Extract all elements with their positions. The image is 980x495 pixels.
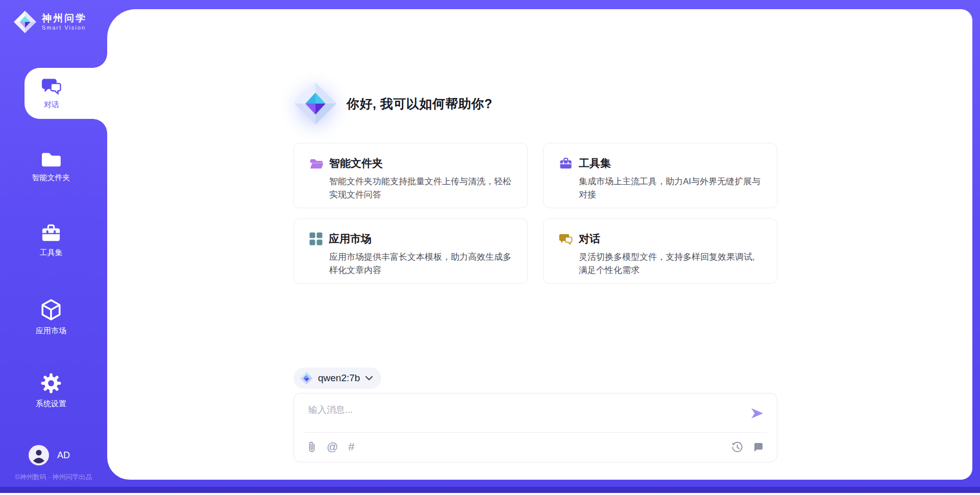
sidebar-item-label: 应用市场: [36, 326, 66, 336]
toolbox-icon: [559, 157, 573, 170]
sidebar-footer: ©神州数码 · 神州问学出品: [0, 473, 107, 482]
window-bottom-edge: [0, 493, 980, 495]
window-bottom-bar: [0, 487, 980, 493]
sidebar: 神州问学 Smart Vision 对话 智能文件夹: [0, 0, 107, 495]
chat-bubbles-icon: [41, 77, 62, 95]
sidebar-item-settings[interactable]: 系统设置: [0, 373, 102, 409]
sidebar-item-label: 对话: [44, 100, 59, 110]
history-icon[interactable]: [731, 441, 743, 453]
greeting-text: 你好, 我可以如何帮助你?: [347, 95, 493, 112]
topic-hash-icon[interactable]: #: [348, 441, 354, 453]
card-title: 应用市场: [329, 232, 372, 246]
feature-cards: 智能文件夹 智能文件夹功能支持批量文件上传与清洗，轻松实现文件问答 工具: [293, 143, 777, 284]
chat-bubble-icon[interactable]: [753, 442, 764, 452]
message-composer: @ #: [293, 393, 777, 462]
app-grid-icon: [309, 232, 323, 245]
sidebar-item-smart-folder[interactable]: 智能文件夹: [0, 151, 102, 183]
model-name: qwen2:7b: [318, 373, 360, 384]
app-logo: 神州问学 Smart Vision: [13, 10, 87, 34]
user-name: AD: [57, 450, 70, 461]
chevron-down-icon: [365, 376, 373, 381]
sidebar-item-toolkit[interactable]: 工具集: [0, 224, 102, 258]
attach-file-icon[interactable]: [307, 441, 316, 453]
card-description: 灵活切换多模型文件，支持多样回复效果调试,满足个性化需求: [579, 251, 763, 277]
card-description: 应用市场提供丰富长文本模板，助力高效生成多样化文章内容: [329, 251, 513, 277]
mention-icon[interactable]: @: [327, 441, 338, 453]
brand-diamond-icon: [293, 82, 337, 126]
brand-diamond-icon: [300, 372, 313, 385]
folder-open-icon: [309, 157, 323, 169]
card-description: 集成市场上主流工具，助力AI与外界无缝扩展与对接: [579, 175, 763, 202]
app-window: 神州问学 Smart Vision 对话 智能文件夹: [0, 0, 980, 495]
briefcase-icon: [40, 224, 62, 243]
card-title: 工具集: [579, 156, 611, 170]
card-title: 对话: [579, 232, 600, 246]
main-content: 你好, 我可以如何帮助你? 智能文件夹 智能文件夹功能支持批量文件上传与清洗，轻…: [107, 9, 972, 480]
gear-icon: [40, 373, 62, 394]
card-description: 智能文件夹功能支持批量文件上传与清洗，轻松实现文件问答: [329, 175, 513, 202]
sidebar-item-label: 系统设置: [36, 399, 66, 409]
greeting-block: 你好, 我可以如何帮助你?: [293, 9, 777, 126]
avatar: [29, 445, 49, 465]
brand-diamond-icon: [13, 10, 37, 34]
sidebar-item-label: 智能文件夹: [32, 173, 70, 183]
card-title: 智能文件夹: [329, 156, 383, 170]
app-tagline: Smart Vision: [42, 24, 87, 31]
cube-icon: [40, 299, 62, 321]
composer-toolbar: @ #: [307, 432, 764, 462]
card-chat[interactable]: 对话 灵活切换多模型文件，支持多样回复效果调试,满足个性化需求: [543, 218, 777, 284]
card-toolkit[interactable]: 工具集 集成市场上主流工具，助力AI与外界无缝扩展与对接: [543, 143, 777, 208]
message-input[interactable]: [307, 403, 738, 431]
folder-icon: [40, 151, 62, 168]
sidebar-item-label: 工具集: [40, 248, 63, 258]
model-selector[interactable]: qwen2:7b: [293, 367, 381, 389]
app-name: 神州问学: [42, 13, 87, 24]
sidebar-item-app-market[interactable]: 应用市场: [0, 299, 102, 336]
user-account[interactable]: AD: [29, 445, 70, 465]
send-icon[interactable]: [749, 406, 765, 421]
card-app-market[interactable]: 应用市场 应用市场提供丰富长文本模板，助力高效生成多样化文章内容: [293, 218, 528, 284]
chat-bubbles-icon: [559, 233, 573, 245]
card-smart-folder[interactable]: 智能文件夹 智能文件夹功能支持批量文件上传与清洗，轻松实现文件问答: [293, 143, 528, 208]
sidebar-item-chat[interactable]: 对话: [24, 68, 107, 119]
